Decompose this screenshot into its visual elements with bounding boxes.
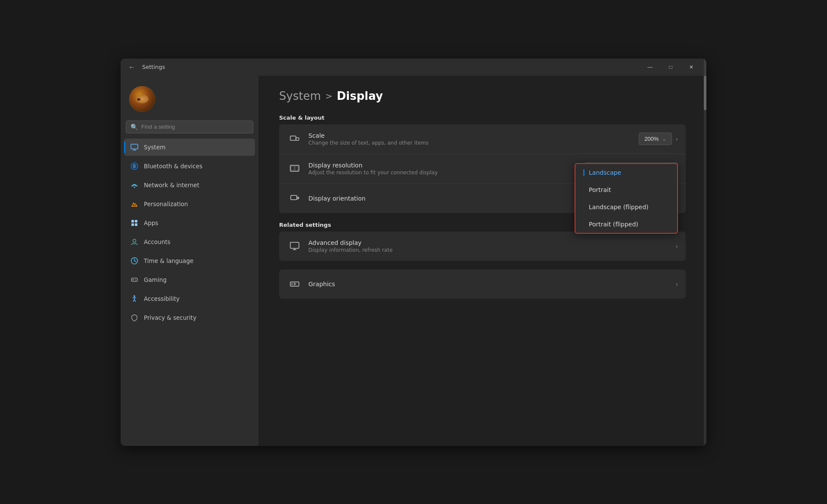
orientation-row[interactable]: Display orientation Landscape Portrait (279, 184, 686, 213)
sidebar-item-gaming[interactable]: Gaming (124, 271, 255, 288)
advanced-display-control: › (675, 243, 678, 250)
advanced-display-subtitle: Display information, refresh rate (308, 247, 675, 253)
search-box[interactable]: 🔍 (126, 121, 253, 133)
sidebar: 🔍 System (121, 76, 258, 446)
svg-rect-32 (291, 195, 297, 200)
sidebar-label-apps: Apps (144, 220, 158, 226)
window-title: Settings (142, 64, 636, 70)
svg-rect-0 (131, 144, 138, 149)
orientation-portrait-label: Portrait (589, 186, 611, 193)
advanced-display-text: Advanced display Display information, re… (308, 239, 675, 253)
advanced-display-icon (287, 238, 302, 254)
sidebar-item-accessibility[interactable]: Accessibility (124, 290, 255, 307)
apps-icon (130, 219, 139, 227)
search-input[interactable] (141, 124, 249, 130)
landscape-flipped-spacer (583, 204, 584, 210)
back-button[interactable]: ← (126, 61, 138, 73)
svg-text:B: B (133, 164, 136, 169)
sidebar-label-network: Network & internet (144, 182, 199, 189)
scale-title: Scale (308, 132, 639, 139)
avatar-area (124, 83, 255, 119)
graphics-row[interactable]: Graphics › (279, 269, 686, 299)
scale-layout-card: Scale Change the size of text, apps, and… (279, 124, 686, 213)
sidebar-item-time[interactable]: Time & language (124, 252, 255, 269)
accessibility-icon (130, 294, 139, 303)
portrait-flipped-spacer (583, 221, 584, 228)
settings-window: ← Settings — □ ✕ 🔍 (121, 59, 706, 446)
scale-subtitle: Change the size of text, apps, and other… (308, 140, 639, 146)
scale-control: 200% ⌄ › (639, 133, 678, 145)
svg-rect-1 (133, 150, 136, 151)
sidebar-item-network[interactable]: Network & internet (124, 176, 255, 194)
advanced-display-chevron: › (675, 243, 678, 250)
svg-point-22 (134, 295, 135, 297)
accounts-icon (130, 238, 139, 246)
svg-point-12 (133, 239, 136, 242)
resolution-subtitle: Adjust the resolution to fit your connec… (308, 170, 584, 176)
scale-dropdown[interactable]: 200% ⌄ (639, 133, 672, 145)
scale-row[interactable]: Scale Change the size of text, apps, and… (279, 124, 686, 154)
sidebar-item-personalization[interactable]: Personalization (124, 195, 255, 213)
scrollbar[interactable] (704, 76, 706, 446)
window-content: 🔍 System (121, 76, 706, 446)
close-button[interactable]: ✕ (681, 60, 701, 74)
graphics-card: Graphics › (279, 269, 686, 299)
scale-text: Scale Change the size of text, apps, and… (308, 132, 639, 146)
svg-rect-16 (131, 278, 137, 281)
scale-value: 200% (644, 136, 659, 142)
svg-rect-9 (135, 220, 137, 223)
sidebar-item-system[interactable]: System (124, 139, 255, 156)
orientation-landscape-label: Landscape (589, 169, 621, 176)
svg-point-20 (135, 279, 136, 280)
privacy-icon (130, 313, 139, 322)
svg-point-21 (135, 280, 136, 281)
breadcrumb-chevron: > (325, 91, 333, 101)
svg-point-6 (134, 186, 135, 188)
sidebar-label-system: System (144, 144, 165, 151)
sidebar-label-time: Time & language (144, 257, 193, 264)
svg-rect-34 (290, 242, 299, 248)
scale-icon (287, 131, 302, 147)
resolution-text: Display resolution Adjust the resolution… (308, 162, 584, 176)
personalization-icon (130, 200, 139, 208)
graphics-icon (287, 276, 302, 292)
breadcrumb-system: System (279, 90, 321, 102)
window-controls: — □ ✕ (640, 60, 701, 74)
orientation-landscape-flipped-label: Landscape (flipped) (589, 204, 649, 210)
scale-chevron-right: › (675, 136, 678, 142)
orientation-option-landscape[interactable]: Landscape (575, 164, 677, 181)
sidebar-label-gaming: Gaming (144, 276, 167, 283)
sidebar-label-accessibility: Accessibility (144, 295, 180, 302)
breadcrumb-display: Display (337, 90, 383, 102)
sidebar-label-personalization: Personalization (144, 201, 188, 207)
svg-rect-38 (291, 283, 293, 285)
advanced-display-row[interactable]: Advanced display Display information, re… (279, 232, 686, 261)
sidebar-item-accounts[interactable]: Accounts (124, 233, 255, 250)
search-icon: 🔍 (131, 124, 138, 130)
svg-rect-28 (296, 138, 299, 140)
graphics-title: Graphics (308, 281, 675, 288)
maximize-button[interactable]: □ (661, 60, 681, 74)
titlebar: ← Settings — □ ✕ (121, 59, 706, 76)
orientation-option-portrait[interactable]: Portrait (575, 181, 677, 198)
orientation-option-portrait-flipped[interactable]: Portrait (flipped) (575, 216, 677, 233)
resolution-title: Display resolution (308, 162, 584, 169)
orientation-portrait-flipped-label: Portrait (flipped) (589, 221, 638, 228)
sidebar-label-privacy: Privacy & security (144, 314, 196, 321)
resolution-icon (287, 161, 302, 176)
orientation-dropdown: Landscape Portrait Landscape (flipped) (575, 163, 678, 234)
portrait-spacer (583, 186, 584, 193)
svg-rect-30 (291, 166, 294, 170)
orientation-option-landscape-flipped[interactable]: Landscape (flipped) (575, 198, 677, 216)
sidebar-item-bluetooth[interactable]: B Bluetooth & devices (124, 158, 255, 175)
graphics-control: › (675, 281, 678, 288)
sidebar-item-apps[interactable]: Apps (124, 214, 255, 232)
related-settings-card: Advanced display Display information, re… (279, 232, 686, 261)
graphics-chevron: › (675, 281, 678, 288)
sidebar-label-bluetooth: Bluetooth & devices (144, 163, 202, 170)
minimize-button[interactable]: — (640, 60, 660, 74)
scrollbar-thumb[interactable] (704, 76, 706, 110)
svg-rect-10 (131, 223, 134, 226)
sidebar-item-privacy[interactable]: Privacy & security (124, 309, 255, 326)
gaming-icon (130, 275, 139, 284)
